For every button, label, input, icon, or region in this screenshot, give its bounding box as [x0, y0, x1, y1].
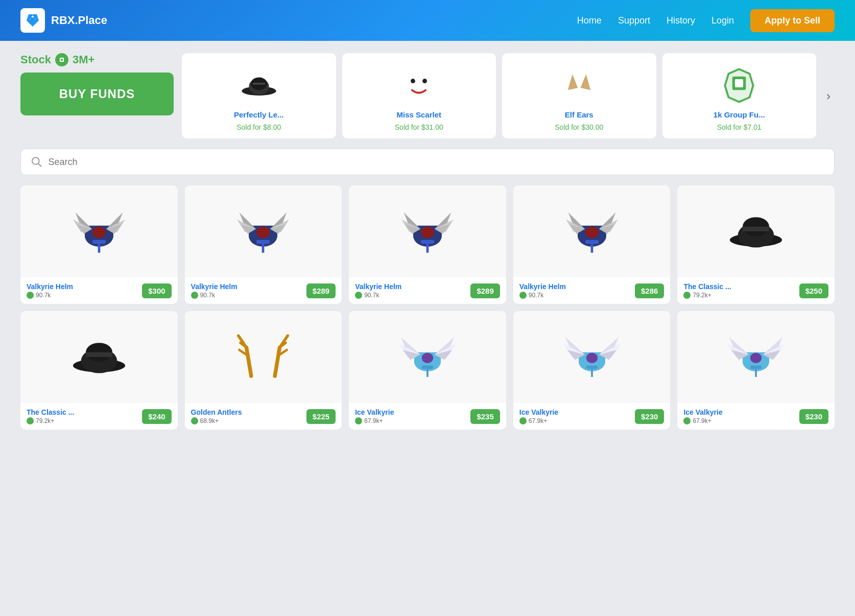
- item-card-9[interactable]: Ice Valkyrie 67.9k+ $230: [677, 311, 835, 430]
- sold-item-price-1: Sold for $31.00: [395, 123, 443, 131]
- item-info-7: Ice Valkyrie 67.9k+: [355, 408, 470, 424]
- item-info-0: Valkyrie Helm 90.7k: [27, 282, 142, 299]
- svg-rect-8: [252, 83, 265, 85]
- sold-item-card[interactable]: 1k Group Fu... Sold for $7.01: [662, 53, 817, 138]
- item-image-9: [677, 311, 835, 403]
- item-price-1: $289: [306, 283, 336, 298]
- svg-rect-101: [586, 366, 597, 369]
- svg-point-34: [256, 227, 270, 238]
- nav-login[interactable]: Login: [711, 15, 734, 26]
- logo[interactable]: RBX.Place: [20, 8, 107, 33]
- search-input[interactable]: [49, 157, 824, 168]
- item-price-9: $230: [799, 409, 828, 424]
- carousel-next-button[interactable]: ›: [822, 85, 835, 107]
- svg-point-45: [421, 227, 434, 238]
- sold-item-card[interactable]: Elf Ears Sold for $30.00: [502, 53, 656, 138]
- nav-home[interactable]: Home: [577, 15, 602, 26]
- svg-line-73: [247, 347, 251, 376]
- item-info-6: Golden Antlers 68.9k+: [191, 408, 306, 424]
- item-footer-5: The Classic ... 79.2k+ $240: [20, 403, 178, 430]
- item-info-8: Ice Valkyrie 67.9k+: [519, 408, 635, 424]
- item-card-1[interactable]: Valkyrie Helm 90.7k $289: [185, 185, 342, 304]
- apply-to-sell-button[interactable]: Apply to Sell: [750, 9, 835, 32]
- item-card-8[interactable]: Ice Valkyrie 67.9k+ $230: [513, 311, 671, 430]
- item-price-2: $289: [470, 283, 500, 298]
- svg-point-9: [411, 79, 415, 83]
- item-card-0[interactable]: Valkyrie Helm 90.7k $300: [20, 185, 178, 304]
- sold-item-name-3: 1k Group Fu...: [714, 110, 765, 119]
- svg-point-56: [585, 227, 599, 238]
- robux-icon: [55, 53, 68, 66]
- sold-item-image: [716, 60, 762, 106]
- sold-item-image: [396, 60, 442, 106]
- item-image-5: [20, 311, 178, 403]
- svg-point-10: [422, 79, 427, 83]
- item-demand-6: 68.9k+: [191, 417, 306, 424]
- item-footer-3: Valkyrie Helm 90.7k $286: [513, 277, 671, 304]
- svg-rect-41: [256, 240, 270, 244]
- item-name-1: Valkyrie Helm: [191, 282, 306, 291]
- nav-support[interactable]: Support: [618, 15, 650, 26]
- item-footer-0: Valkyrie Helm 90.7k $300: [20, 277, 178, 304]
- item-demand-1: 90.7k: [191, 292, 306, 299]
- stock-badge: Stock 3M+: [20, 53, 174, 66]
- robux-tiny-icon: [519, 417, 527, 424]
- item-demand-2: 90.7k: [355, 292, 470, 299]
- item-card-3[interactable]: Valkyrie Helm 90.7k $286: [513, 185, 671, 304]
- sold-item-card[interactable]: Perfectly Le... Sold for $8.00: [182, 53, 336, 138]
- robux-tiny-icon: [27, 292, 34, 299]
- sold-item-image: [556, 60, 602, 106]
- robux-tiny-icon: [683, 417, 691, 424]
- nav-history[interactable]: History: [667, 15, 695, 26]
- item-name-0: Valkyrie Helm: [27, 282, 142, 291]
- stock-label: Stock: [20, 53, 51, 66]
- item-image-4: [677, 185, 835, 277]
- item-name-2: Valkyrie Helm: [355, 282, 470, 291]
- item-info-2: Valkyrie Helm 90.7k: [355, 282, 470, 299]
- items-grid: Valkyrie Helm 90.7k $300: [20, 185, 835, 430]
- item-name-9: Ice Valkyrie: [683, 408, 799, 416]
- sold-item-image: [236, 60, 282, 106]
- sold-item-name-1: Miss Scarlet: [396, 110, 441, 119]
- sold-item-name-0: Perfectly Le...: [234, 110, 284, 119]
- item-name-7: Ice Valkyrie: [355, 408, 470, 416]
- svg-point-94: [586, 353, 597, 363]
- item-footer-4: The Classic ... 79.2k+ $250: [677, 277, 835, 304]
- item-card-4[interactable]: The Classic ... 79.2k+ $250: [677, 185, 835, 304]
- item-demand-0: 90.7k: [27, 292, 142, 299]
- svg-rect-68: [743, 227, 769, 231]
- item-card-7[interactable]: Ice Valkyrie 67.9k+ $235: [349, 311, 506, 430]
- svg-rect-63: [585, 240, 599, 244]
- item-card-6[interactable]: Golden Antlers 68.9k+ $225: [185, 311, 342, 430]
- item-image-3: [513, 185, 671, 277]
- svg-line-77: [275, 347, 280, 376]
- sold-items-carousel: Perfectly Le... Sold for $8.00 Miss Scar…: [182, 53, 835, 138]
- item-demand-4: 79.2k+: [683, 292, 799, 299]
- robux-tiny-icon: [355, 417, 362, 424]
- item-image-8: [513, 311, 671, 403]
- item-image-6: [185, 311, 342, 403]
- item-card-2[interactable]: Valkyrie Helm 90.7k $289: [349, 185, 506, 304]
- item-price-8: $230: [635, 409, 664, 424]
- svg-rect-90: [422, 366, 433, 369]
- item-demand-3: 90.7k: [519, 292, 635, 299]
- robux-tiny-icon: [191, 292, 198, 299]
- sold-item-card[interactable]: Miss Scarlet Sold for $31.00: [342, 53, 496, 138]
- search-container: [20, 149, 835, 175]
- svg-rect-72: [86, 352, 112, 357]
- svg-point-105: [750, 353, 762, 363]
- item-image-7: [349, 311, 506, 403]
- item-footer-1: Valkyrie Helm 90.7k $289: [185, 277, 342, 304]
- robux-tiny-icon: [27, 417, 34, 424]
- robux-tiny-icon: [355, 292, 362, 299]
- svg-line-20: [38, 163, 41, 167]
- sold-item-name-2: Elf Ears: [565, 110, 593, 119]
- item-info-4: The Classic ... 79.2k+: [683, 282, 799, 299]
- svg-rect-30: [92, 240, 106, 244]
- buy-funds-button[interactable]: BUY FUNDS: [20, 73, 174, 115]
- item-card-5[interactable]: The Classic ... 79.2k+ $240: [20, 311, 178, 430]
- item-name-6: Golden Antlers: [191, 408, 306, 416]
- svg-point-83: [422, 353, 433, 363]
- item-name-8: Ice Valkyrie: [519, 408, 635, 416]
- item-info-5: The Classic ... 79.2k+: [27, 408, 142, 424]
